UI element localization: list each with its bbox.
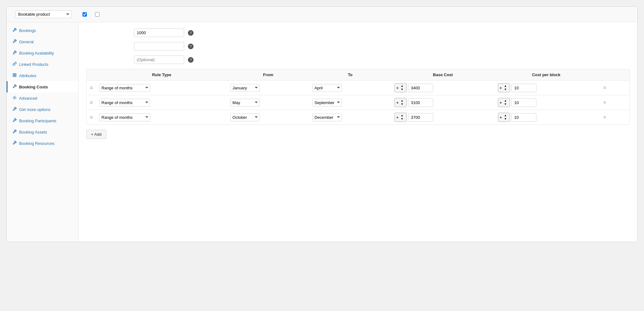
svg-point-4 (14, 97, 15, 98)
from-cell: JanuaryFebruaryMarchAprilMayJuneJulyAugu… (227, 110, 309, 125)
sidebar-item-advanced[interactable]: Advanced (7, 92, 78, 104)
cost-table-head: Rule Type From To Base Cost Cost per blo… (87, 69, 630, 81)
cost-table-body: ≡Range of monthsRange of weeksRange of d… (87, 81, 630, 125)
cost-per-block-down-btn[interactable]: ▼ (503, 88, 508, 91)
table-row: ≡Range of monthsRange of weeksRange of d… (87, 81, 630, 95)
cost-per-block-cell: + ▲ ▼ (495, 81, 598, 95)
col-rule-type: Rule Type (96, 69, 227, 81)
from-select-2[interactable]: JanuaryFebruaryMarchAprilMayJuneJulyAugu… (230, 113, 260, 121)
sidebar-item-linked-products[interactable]: Linked Products (7, 59, 78, 70)
virtual-checkbox[interactable] (82, 12, 87, 17)
cost-per-block-help-icon[interactable]: ? (188, 44, 194, 49)
cost-per-block-value-input-1[interactable] (511, 98, 536, 107)
drag-handle-cell[interactable]: ≡ (87, 110, 96, 125)
drag-handle-icon: ≡ (90, 85, 93, 91)
sidebar-item-label-general: General (19, 40, 34, 44)
col-to: To (309, 69, 391, 81)
rule-type-select-0[interactable]: Range of monthsRange of weeksRange of da… (99, 84, 150, 92)
sidebar-item-booking-resources[interactable]: Booking Resources (7, 138, 78, 149)
base-cost-value-input-1[interactable] (408, 98, 433, 107)
to-select-0[interactable]: JanuaryFebruaryMarchAprilMayJuneJulyAugu… (312, 84, 342, 92)
sidebar-item-general[interactable]: General (7, 36, 78, 47)
sidebar-item-get-more-options[interactable]: Get more options (7, 104, 78, 115)
cost-per-block-up-btn[interactable]: ▲ (503, 84, 508, 88)
base-cost-value-input-2[interactable] (408, 113, 433, 122)
base-cost-cell: + ▲ ▼ (391, 81, 494, 95)
general-icon (13, 39, 17, 44)
base-cost-up-btn[interactable]: ▲ (399, 99, 405, 103)
from-select-1[interactable]: JanuaryFebruaryMarchAprilMayJuneJulyAugu… (230, 99, 260, 107)
base-cost-cell: + ▲ ▼ (391, 95, 494, 110)
sidebar-item-booking-costs[interactable]: Booking Costs (7, 81, 78, 92)
delete-row-button-1[interactable]: ✕ (601, 99, 609, 106)
cost-per-block-value-input-0[interactable] (511, 84, 536, 92)
sidebar-item-label-booking-costs: Booking Costs (19, 85, 48, 89)
delete-row-button-2[interactable]: ✕ (601, 114, 609, 120)
checkbox-group (81, 12, 99, 17)
from-select-0[interactable]: JanuaryFebruaryMarchAprilMayJuneJulyAugu… (230, 84, 260, 92)
drag-handle-icon: ≡ (90, 114, 93, 120)
add-row-button[interactable]: + Add (86, 130, 106, 139)
from-cell: JanuaryFebruaryMarchAprilMayJuneJulyAugu… (227, 95, 309, 110)
cost-per-block-stepper[interactable]: + ▲ ▼ (498, 113, 510, 122)
sidebar-item-booking-participants[interactable]: Booking Participants (7, 115, 78, 126)
cost-table-wrapper: Rule Type From To Base Cost Cost per blo… (86, 69, 630, 125)
cost-per-block-cell: + ▲ ▼ (495, 95, 598, 110)
sidebar-item-booking-assets[interactable]: Booking Assets (7, 126, 78, 138)
drag-handle-cell[interactable]: ≡ (87, 81, 96, 95)
booking-resources-icon (13, 141, 17, 146)
cost-per-block-row: ? (86, 42, 630, 50)
base-cost-help-icon[interactable]: ? (188, 30, 194, 36)
cost-per-block-stepper[interactable]: + ▲ ▼ (498, 98, 510, 107)
cost-per-block-stepper[interactable]: + ▲ ▼ (498, 83, 510, 92)
delete-row-button-0[interactable]: ✕ (601, 85, 609, 91)
booking-costs-icon (13, 84, 17, 89)
cost-table: Rule Type From To Base Cost Cost per blo… (87, 69, 630, 124)
base-cost-row: ? (86, 29, 630, 37)
cost-per-block-up-btn[interactable]: ▲ (503, 99, 508, 103)
base-cost-value-input-0[interactable] (408, 84, 433, 92)
col-from: From (227, 69, 309, 81)
base-cost-down-btn[interactable]: ▼ (399, 88, 405, 91)
display-cost-input[interactable] (134, 55, 184, 64)
display-cost-help-icon[interactable]: ? (188, 57, 194, 63)
cost-per-block-input[interactable] (134, 42, 184, 50)
sidebar-item-attributes[interactable]: Attributes (7, 70, 78, 81)
sidebar-item-label-attributes: Attributes (19, 73, 36, 78)
product-data-panel: Simple productBookable productVariable p… (6, 6, 638, 242)
svg-rect-1 (15, 74, 16, 75)
base-cost-down-btn[interactable]: ▼ (399, 117, 405, 121)
virtual-label (81, 12, 87, 17)
sidebar-item-bookings[interactable]: Bookings (7, 25, 78, 36)
base-cost-plus-sign: + (396, 100, 399, 105)
table-header-row: Rule Type From To Base Cost Cost per blo… (87, 69, 630, 81)
advanced-icon (13, 96, 17, 101)
cost-per-block-value-input-2[interactable] (511, 113, 536, 122)
base-cost-stepper[interactable]: + ▲ ▼ (394, 83, 407, 92)
product-type-select[interactable]: Simple productBookable productVariable p… (15, 10, 72, 18)
svg-rect-0 (13, 74, 14, 75)
base-cost-stepper[interactable]: + ▲ ▼ (394, 98, 407, 107)
base-cost-input[interactable] (134, 29, 184, 37)
downloadable-checkbox[interactable] (95, 12, 99, 17)
linked-products-icon (13, 62, 17, 67)
to-select-1[interactable]: JanuaryFebruaryMarchAprilMayJuneJulyAugu… (312, 99, 342, 107)
rule-type-select-2[interactable]: Range of monthsRange of weeksRange of da… (99, 113, 150, 121)
base-cost-plus-sign: + (396, 86, 399, 90)
cost-per-block-up-btn[interactable]: ▲ (503, 114, 508, 117)
base-cost-up-btn[interactable]: ▲ (399, 84, 405, 88)
attributes-icon (13, 73, 17, 78)
base-cost-down-btn[interactable]: ▼ (399, 103, 405, 106)
cost-per-block-down-btn[interactable]: ▼ (503, 103, 508, 106)
booking-availability-icon (13, 50, 17, 55)
panel-header: Simple productBookable productVariable p… (7, 7, 637, 22)
sidebar-item-booking-availability[interactable]: Booking Availability (7, 47, 78, 59)
base-cost-stepper[interactable]: + ▲ ▼ (394, 113, 407, 122)
cost-per-block-down-btn[interactable]: ▼ (503, 117, 508, 121)
cost-per-block-plus-sign: + (500, 115, 502, 120)
to-select-2[interactable]: JanuaryFebruaryMarchAprilMayJuneJulyAugu… (312, 113, 342, 121)
rule-type-select-1[interactable]: Range of monthsRange of weeksRange of da… (99, 99, 150, 107)
drag-handle-cell[interactable]: ≡ (87, 95, 96, 110)
downloadable-label (93, 12, 99, 17)
base-cost-up-btn[interactable]: ▲ (399, 114, 405, 117)
